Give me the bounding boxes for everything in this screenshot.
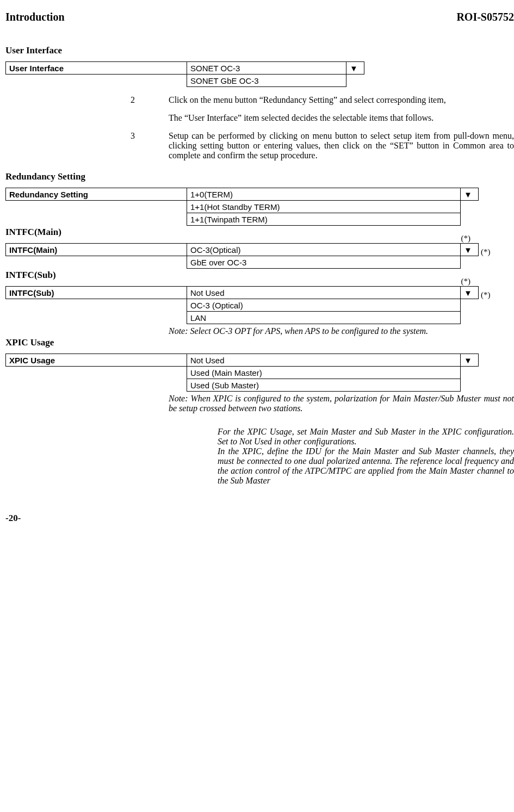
step-text: Click on the menu button “Redundancy Set… [169,95,514,105]
xpic-note-2: For the XPIC Usage, set Main Master and … [218,427,514,447]
xpic-note-3: In the XPIC, define the IDU for the Main… [218,447,514,486]
dropdown-arrow-icon[interactable]: ▼ [461,354,479,367]
section-redundancy-title: Redundancy Setting [5,171,514,182]
user-interface-selected[interactable]: SONET OC-3 [187,62,346,75]
intfc-main-table: INTFC(Main) OC-3(Optical) ▼ GbE over OC-… [5,243,479,269]
redundancy-option[interactable]: 1+1(Hot Standby TERM) [187,201,461,213]
step-number: 3 [131,131,169,160]
intfc-sub-note: Note: Select OC-3 OPT for APS, when APS … [193,326,514,336]
xpic-table: XPIC Usage Not Used ▼ Used (Main Master)… [5,354,479,392]
dropdown-arrow-icon[interactable]: ▼ [461,287,479,299]
xpic-option[interactable]: Used (Main Master) [187,367,461,379]
intfc-main-selected[interactable]: OC-3(Optical) [187,244,461,256]
note-text: When XPIC is configured to the system, p… [169,394,514,413]
xpic-note-1: Note: When XPIC is configured to the sys… [169,394,514,413]
step-number: 2 [131,95,169,105]
header-right: ROI-S05752 [456,11,514,23]
footnote-marker: (*) [461,277,471,286]
intfc-main-label: INTFC(Main) [6,244,187,256]
intfc-sub-selected[interactable]: Not Used [187,287,461,299]
intfc-sub-option[interactable]: LAN [187,312,461,324]
intfc-sub-table: INTFC(Sub) Not Used ▼ OC-3 (Optical) LAN [5,286,479,324]
intfc-sub-option[interactable]: OC-3 (Optical) [187,299,461,312]
dropdown-arrow-icon[interactable]: ▼ [461,244,479,256]
intfc-sub-label: INTFC(Sub) [6,287,187,299]
user-interface-label: User Interface [6,62,187,75]
footnote-marker: (*) [481,247,491,257]
xpic-selected[interactable]: Not Used [187,354,461,367]
footnote-marker: (*) [481,290,491,300]
step-text: Setup can be performed by clicking on me… [169,131,514,160]
step-3: 3 Setup can be performed by clicking on … [131,131,514,160]
redundancy-selected[interactable]: 1+0(TERM) [187,188,461,201]
dropdown-arrow-icon[interactable]: ▼ [461,188,479,201]
intfc-main-option[interactable]: GbE over OC-3 [187,256,461,269]
xpic-label: XPIC Usage [6,354,187,367]
user-interface-option[interactable]: SONET GbE OC-3 [187,75,346,87]
step-2-paragraph: The “User Interface” item selected decid… [169,113,514,123]
footnote-marker: (*) [461,234,471,243]
user-interface-table: User Interface SONET OC-3 ▼ SONET GbE OC… [5,61,364,87]
section-intfc-sub-title: INTFC(Sub) [5,270,56,281]
step-2: 2 Click on the menu button “Redundancy S… [131,95,514,105]
redundancy-table: Redundancy Setting 1+0(TERM) ▼ 1+1(Hot S… [5,188,479,226]
section-intfc-main-title: INTFC(Main) [5,227,61,238]
header-left: Introduction [5,11,65,23]
xpic-option[interactable]: Used (Sub Master) [187,379,461,392]
redundancy-label: Redundancy Setting [6,188,187,201]
redundancy-option[interactable]: 1+1(Twinpath TERM) [187,213,461,226]
dropdown-arrow-icon[interactable]: ▼ [346,62,364,75]
page-header: Introduction ROI-S05752 [5,11,514,23]
note-label: Note: [169,394,190,403]
section-xpic-title: XPIC Usage [5,337,514,348]
page-number: -20- [5,513,514,524]
section-user-interface-title: User Interface [5,45,514,56]
